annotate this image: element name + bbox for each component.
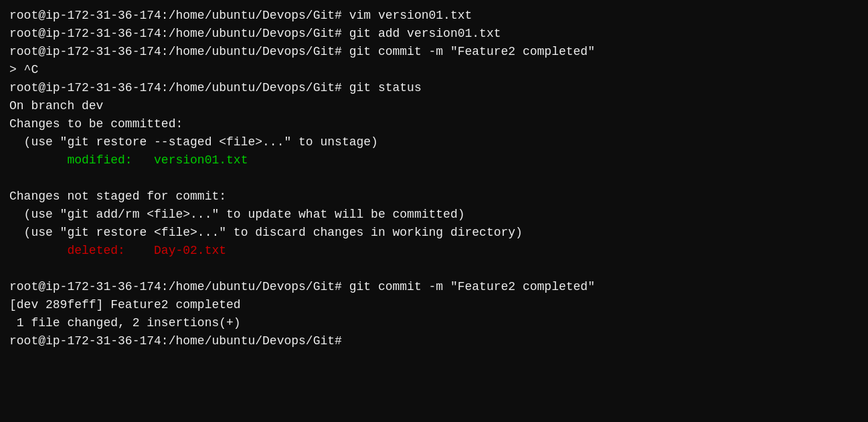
terminal-line-18: 1 file changed, 2 insertions(+) <box>9 314 859 332</box>
terminal-line-9: modified: version01.txt <box>9 151 859 169</box>
terminal-line-7: Changes to be committed: <box>9 115 859 133</box>
terminal-window[interactable]: root@ip-172-31-36-174:/home/ubuntu/Devop… <box>9 7 859 415</box>
terminal-line-empty <box>9 260 859 278</box>
terminal-line-19: root@ip-172-31-36-174:/home/ubuntu/Devop… <box>9 332 859 350</box>
terminal-line-16: root@ip-172-31-36-174:/home/ubuntu/Devop… <box>9 278 859 296</box>
terminal-line-5: root@ip-172-31-36-174:/home/ubuntu/Devop… <box>9 79 859 97</box>
terminal-line-3: root@ip-172-31-36-174:/home/ubuntu/Devop… <box>9 43 859 61</box>
terminal-line-17: [dev 289feff] Feature2 completed <box>9 296 859 314</box>
terminal-line-empty <box>9 169 859 188</box>
terminal-line-11: Changes not staged for commit: <box>9 188 859 206</box>
terminal-line-12: (use "git add/rm <file>..." to update wh… <box>9 206 859 224</box>
terminal-line-4: > ^C <box>9 61 859 79</box>
terminal-line-6: On branch dev <box>9 97 859 115</box>
terminal-line-2: root@ip-172-31-36-174:/home/ubuntu/Devop… <box>9 25 859 43</box>
terminal-line-8: (use "git restore --staged <file>..." to… <box>9 133 859 151</box>
terminal-line-1: root@ip-172-31-36-174:/home/ubuntu/Devop… <box>9 7 859 25</box>
terminal-line-14: deleted: Day-02.txt <box>9 242 859 260</box>
terminal-line-13: (use "git restore <file>..." to discard … <box>9 224 859 242</box>
